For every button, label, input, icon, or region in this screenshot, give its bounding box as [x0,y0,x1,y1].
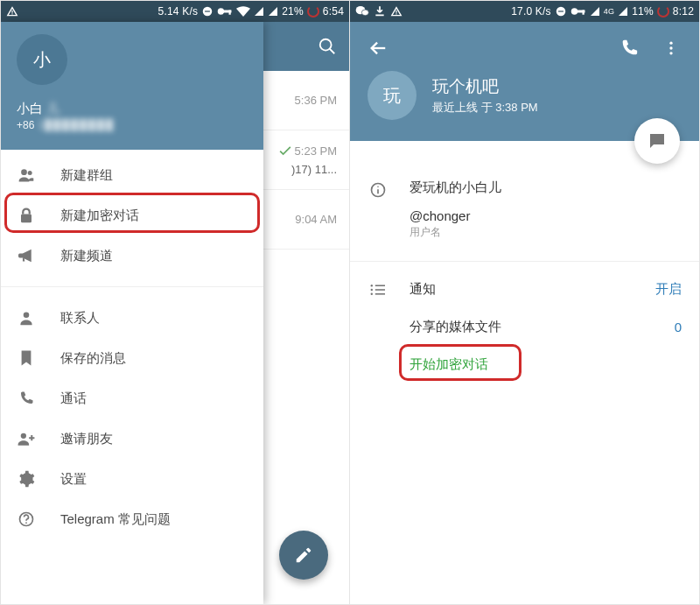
setting-label: 分享的媒体文件 [410,319,654,335]
svg-point-9 [21,169,27,175]
drawer-item-contacts[interactable]: 联系人 [1,298,263,338]
user-avatar[interactable]: 小 [17,34,67,85]
svg-rect-20 [396,13,396,14]
drawer-header[interactable]: 小 小白儿 +86 1▉▉▉▉▉▉▉▉ [1,22,263,150]
signal-icon [618,6,628,17]
chat-sub: )17) 11... [291,163,337,176]
svg-rect-19 [396,11,396,13]
loading-circle-icon [307,5,319,18]
drawer-user-phone: +86 1▉▉▉▉▉▉▉▉ [17,119,248,131]
message-fab[interactable] [634,118,680,164]
svg-point-17 [361,10,368,16]
svg-rect-11 [21,215,32,223]
avatar-letter: 玩 [383,84,401,108]
setting-value: 开启 [655,281,682,298]
drawer-item-new-group[interactable]: 新建群组 [1,155,263,195]
phone-left: 5.14 K/s 21% 6:54 [1,1,350,604]
download-icon [374,5,385,18]
check-icon [279,145,291,156]
svg-point-36 [371,285,373,286]
signal-icon [590,6,600,17]
profile-bio: 爱玩机的小白儿 [410,179,501,196]
profile-last-seen: 最近上线 于 3:38 PM [432,100,538,116]
setting-value: 0 [675,320,682,334]
drawer-item-label: 新建频道 [60,248,113,264]
row-start-secret-chat[interactable]: 开始加密对话 [350,346,699,383]
warning-triangle-icon [6,5,18,18]
drawer-item-new-channel[interactable]: 新建频道 [1,236,263,276]
divider [350,261,699,262]
drawer-item-settings[interactable]: 设置 [1,459,263,499]
warning-triangle-icon [390,5,402,18]
svg-point-10 [28,171,32,175]
status-battery: 21% [282,5,304,18]
status-time: 6:54 [323,5,344,18]
vpn-key-icon [217,6,233,17]
vpn-key-icon [570,6,586,17]
svg-rect-18 [375,15,383,17]
chat-time: 5:36 PM [295,94,337,107]
group-icon [17,166,36,184]
drawer-item-label: 新建群组 [60,167,113,184]
more-button[interactable] [655,32,687,64]
search-icon[interactable] [318,37,337,56]
bookmark-icon [17,349,36,367]
info-icon [368,179,388,240]
drawer-item-label: 通话 [60,390,87,407]
list-icon [368,283,388,297]
signal-icon [268,6,278,17]
drawer-item-new-secret-chat[interactable]: 新建加密对话 [1,195,263,236]
profile-username[interactable]: @chonger [410,208,501,223]
chat-time: 9:04 AM [295,213,337,226]
more-vert-icon [662,39,680,57]
drawer-item-faq[interactable]: Telegram 常见问题 [1,499,263,539]
navigation-drawer: 小 小白儿 +86 1▉▉▉▉▉▉▉▉ 新建群组 [1,22,263,604]
svg-line-8 [330,49,335,54]
svg-rect-25 [582,11,584,15]
divider [1,286,263,287]
dnd-icon [201,5,214,18]
pencil-icon [294,545,313,565]
profile-username-label: 用户名 [410,225,501,240]
svg-point-13 [21,433,26,439]
drawer-item-label: Telegram 常见问题 [60,511,171,528]
status-battery: 11% [632,5,654,18]
svg-point-37 [371,288,373,290]
status-time: 8:12 [673,5,694,18]
chat-time: 5:23 PM [295,144,337,158]
profile-avatar[interactable]: 玩 [368,71,416,120]
loading-circle-icon [657,5,669,18]
profile-body: 爱玩机的小白儿 @chonger 用户名 通知 开启 分享的媒体文件 0 开始加… [350,141,699,383]
svg-point-29 [669,52,672,54]
add-user-icon [17,431,36,447]
contact-icon [17,310,36,326]
svg-rect-6 [229,11,231,15]
back-button[interactable] [362,32,394,64]
svg-point-32 [377,186,379,187]
avatar-letter: 小 [33,48,51,72]
drawer-user-name: 小白儿 [17,101,248,117]
drawer-item-label: 新建加密对话 [60,208,139,224]
compose-fab[interactable] [279,531,328,580]
profile-name: 玩个机吧 [432,75,538,98]
svg-rect-22 [558,11,564,11]
row-shared-media[interactable]: 分享的媒体文件 0 [350,308,699,346]
dnd-icon [555,5,567,18]
chat-icon [647,130,668,151]
drawer-item-saved-messages[interactable]: 保存的消息 [1,338,263,378]
svg-point-28 [669,46,672,49]
drawer-item-calls[interactable]: 通话 [1,378,263,419]
svg-point-15 [25,522,27,524]
status-bar: 17.0 K/s 4G 11% 8:12 [350,1,699,22]
call-button[interactable] [613,32,645,64]
svg-point-12 [24,312,30,318]
wifi-icon [236,6,250,17]
row-notifications[interactable]: 通知 开启 [350,271,699,308]
status-network: 4G [604,7,614,16]
drawer-item-label: 邀请朋友 [60,431,113,447]
profile-header: 玩 玩个机吧 最近上线 于 3:38 PM [350,22,699,141]
signal-icon [254,6,264,17]
svg-rect-1 [11,13,12,14]
svg-point-38 [371,292,373,294]
drawer-item-invite-friends[interactable]: 邀请朋友 [1,419,263,459]
